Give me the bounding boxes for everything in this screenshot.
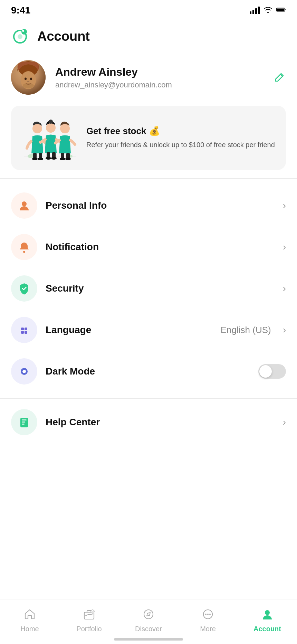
menu-item-dark-mode[interactable]: Dark Mode [0,351,297,392]
profile-section: Andrew Ainsley andrew_ainsley@yourdomain… [0,52,297,103]
svg-point-11 [30,78,32,80]
menu-item-notification[interactable]: Notification › [0,226,297,268]
svg-point-50 [205,614,207,615]
home-indicator [114,638,183,641]
svg-point-22 [46,123,56,133]
home-icon [22,606,38,622]
menu-item-personal-info[interactable]: Personal Info › [0,185,297,226]
help-center-chevron: › [283,417,286,428]
referral-description: Refer your friends & unlock up to $100 o… [86,140,275,150]
wifi-icon [263,6,273,15]
security-label: Security [46,283,275,294]
nav-label-portfolio: Portfolio [76,625,102,633]
nav-item-more[interactable]: More [184,606,232,633]
nav-label-discover: Discover [135,625,162,633]
svg-point-4 [21,29,27,35]
nav-label-home: Home [20,625,39,633]
profile-info: Andrew Ainsley andrew_ainsley@yourdomain… [55,66,286,89]
svg-rect-37 [21,331,24,334]
language-icon-wrap [11,317,37,343]
menu-item-security[interactable]: Security › [0,268,297,309]
help-center-label: Help Center [46,417,275,428]
discover-icon [141,606,156,622]
language-value: English (US) [221,325,271,335]
battery-icon [276,6,286,15]
toggle-thumb [259,365,272,378]
menu-item-language[interactable]: Language English (US) › [0,309,297,351]
personal-info-chevron: › [283,200,286,211]
referral-illustration [21,115,79,160]
referral-card[interactable]: Get free stock 💰 Refer your friends & un… [11,106,286,170]
svg-point-3 [18,34,22,39]
svg-point-33 [22,201,27,206]
svg-point-51 [207,614,209,615]
profile-name: Andrew Ainsley [55,66,286,78]
app-logo [11,26,31,46]
notification-chevron: › [283,242,286,253]
security-icon-wrap [11,275,37,302]
profile-email: andrew_ainsley@yourdomain.com [55,80,286,89]
svg-point-27 [51,157,57,160]
account-nav-icon [259,606,275,622]
section-divider [0,398,297,399]
svg-point-20 [32,158,38,160]
svg-rect-35 [21,328,24,330]
svg-point-34 [23,251,25,253]
status-bar: 9:41 [0,0,297,19]
bottom-nav: Home Portfolio Discover [0,599,297,644]
menu-item-help-center[interactable]: Help Center › [0,401,297,443]
page-title: Account [37,29,90,44]
referral-text: Get free stock 💰 Refer your friends & un… [86,126,275,150]
svg-point-47 [91,610,94,613]
svg-point-13 [23,83,34,88]
dark-mode-toggle[interactable] [258,364,286,379]
nav-item-account[interactable]: Account [243,606,291,633]
language-label: Language [46,324,212,335]
svg-point-5 [22,30,24,32]
svg-point-17 [32,124,42,133]
dark-mode-icon-wrap [11,358,37,385]
svg-point-28 [60,124,70,133]
svg-rect-45 [22,424,25,425]
svg-point-10 [25,78,27,80]
nav-item-portfolio[interactable]: Portfolio [65,606,113,633]
personal-info-label: Personal Info [46,200,275,211]
svg-point-32 [65,158,71,160]
status-time: 9:41 [11,5,30,16]
status-icons [250,6,286,15]
svg-point-23 [49,120,53,124]
signal-icon [250,7,260,14]
personal-info-icon-wrap [11,192,37,219]
svg-rect-43 [22,419,27,420]
svg-point-48 [144,610,153,619]
svg-point-26 [46,157,51,160]
language-chevron: › [283,324,286,335]
more-icon [200,606,216,622]
svg-point-52 [209,614,211,615]
notification-icon-wrap [11,234,37,260]
nav-label-account: Account [253,625,281,633]
notification-label: Notification [46,242,275,253]
svg-rect-1 [277,9,284,11]
edit-profile-button[interactable] [274,71,286,84]
dark-mode-label: Dark Mode [46,366,250,377]
svg-point-41 [21,369,23,371]
svg-point-53 [265,610,270,615]
svg-point-31 [60,158,65,160]
menu-section: Personal Info › Notification › Security … [0,181,297,396]
nav-item-discover[interactable]: Discover [124,606,173,633]
top-divider [0,178,297,179]
nav-item-home[interactable]: Home [6,606,54,633]
nav-label-more: More [200,625,216,633]
portfolio-icon [81,606,97,622]
svg-rect-38 [25,331,27,334]
svg-point-21 [38,158,43,160]
avatar [11,60,46,95]
svg-rect-44 [22,422,25,423]
page-header: Account [0,19,297,52]
security-chevron: › [283,283,286,294]
svg-point-12 [27,81,29,82]
svg-rect-36 [25,328,27,330]
referral-title: Get free stock 💰 [86,126,275,136]
help-center-icon-wrap [11,409,37,435]
